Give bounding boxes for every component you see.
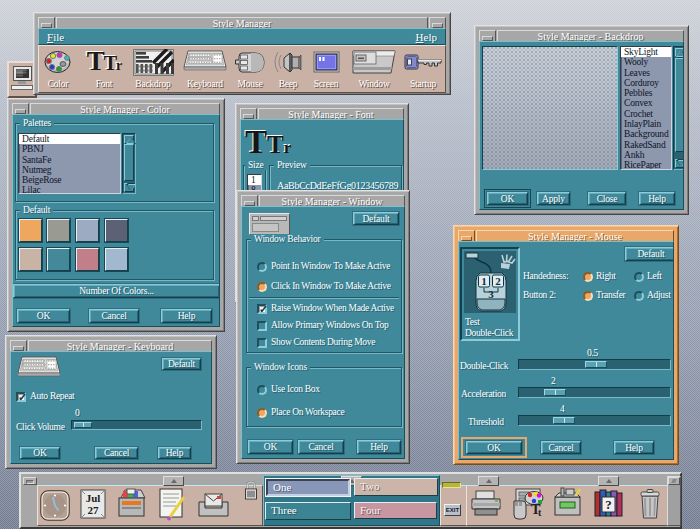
svg-text:3: 3: [488, 288, 494, 300]
svg-text:1: 1: [481, 275, 487, 287]
svg-text:t: t: [538, 507, 542, 518]
svg-text:27: 27: [88, 504, 100, 516]
svg-text:2: 2: [495, 275, 501, 287]
svg-text:Jul: Jul: [86, 492, 101, 504]
svg-text:?: ?: [605, 497, 612, 512]
